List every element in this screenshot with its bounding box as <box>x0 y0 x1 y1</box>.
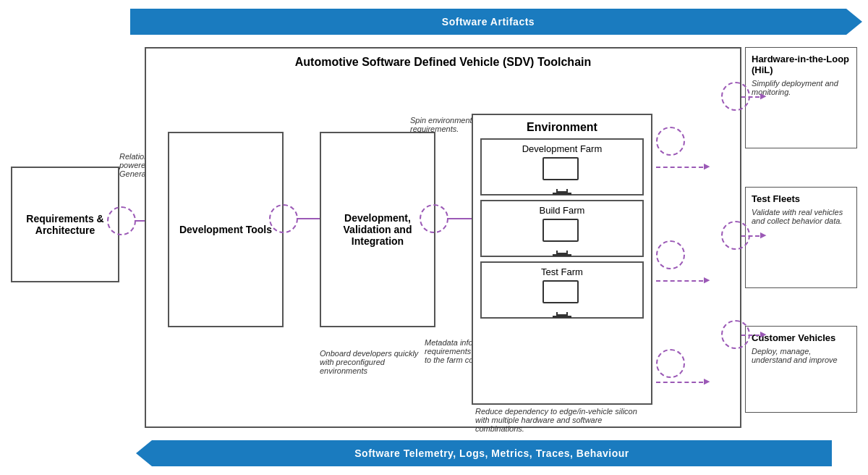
test-farm-monitor-base <box>553 316 571 318</box>
circle-right-test-fleets <box>721 221 750 250</box>
dev-farm-monitor-screen <box>542 157 579 180</box>
circle-env-test <box>656 349 685 378</box>
top-arrow-label: Software Artifacts <box>442 16 535 28</box>
test-farm-monitor-screen <box>542 280 579 303</box>
development-farm-title: Development Farm <box>488 143 637 154</box>
build-farm-monitor-screen <box>542 219 579 242</box>
arrow-validation-to-env <box>447 218 475 219</box>
circle-devtools-out <box>269 204 298 233</box>
hil-desc: Simplify deployment and monitoring. <box>752 79 851 96</box>
arrow-devtools-to-validation <box>297 218 322 219</box>
hil-title: Hardware-in-the-Loop (HiL) <box>752 54 851 75</box>
build-farm-monitor-base <box>553 254 571 256</box>
bottom-arrow: Software Telemetry, Logs, Metrics, Trace… <box>152 440 832 466</box>
circle-env-dev <box>656 127 685 156</box>
dashed-arrow-dev-farm <box>656 167 703 168</box>
circle-env-build <box>656 240 685 269</box>
test-farm-title: Test Farm <box>488 266 637 277</box>
circle-right-hil <box>721 82 750 111</box>
dashed-arrow-build-farm <box>656 280 703 282</box>
dev-tools-title: Development Tools <box>179 224 272 235</box>
build-farm-box: Build Farm <box>480 200 644 257</box>
circle-right-customer-vehicles <box>721 320 750 349</box>
circle-req-out <box>107 206 136 235</box>
dev-farm-monitor-base <box>553 193 571 195</box>
dev-validation-box: Development, Validation and Integration <box>320 132 435 327</box>
dev-tools-note: Onboard developers quickly with preconfi… <box>320 349 421 375</box>
customer-vehicles-desc: Deploy, manage, understand and improve <box>752 347 851 364</box>
test-fleets-title: Test Fleets <box>752 193 851 204</box>
sdv-box: Automotive Software Defined Vehicle (SDV… <box>145 47 741 428</box>
environment-note: Reduce dependency to edge/in-vehicle sil… <box>475 407 642 433</box>
customer-vehicles-panel: Customer Vehicles Deploy, manage, unders… <box>745 326 857 413</box>
test-farm-box: Test Farm <box>480 261 644 319</box>
top-arrow: Software Artifacts <box>130 9 846 35</box>
circle-validation-out <box>420 204 448 233</box>
customer-vehicles-title: Customer Vehicles <box>752 332 851 343</box>
requirements-box: Requirements & Architecture <box>11 167 119 282</box>
diagram-container: Software Artifacts Software Telemetry, L… <box>0 0 868 475</box>
bottom-arrow-label: Software Telemetry, Logs, Metrics, Trace… <box>354 447 629 459</box>
test-fleets-desc: Validate with real vehicles and collect … <box>752 208 851 225</box>
build-farm-title: Build Farm <box>488 205 637 216</box>
requirements-title: Requirements & Architecture <box>18 213 112 236</box>
dashed-arrow-test-farm <box>656 382 703 383</box>
dev-tools-box: Development Tools <box>168 132 284 327</box>
sdv-title: Automotive Software Defined Vehicle (SDV… <box>146 56 740 69</box>
development-farm-box: Development Farm <box>480 138 644 196</box>
dev-validation-title: Development, Validation and Integration <box>327 212 428 247</box>
environment-title: Environment <box>473 121 651 134</box>
environment-box: Environment Development Farm Build Farm <box>472 114 652 405</box>
